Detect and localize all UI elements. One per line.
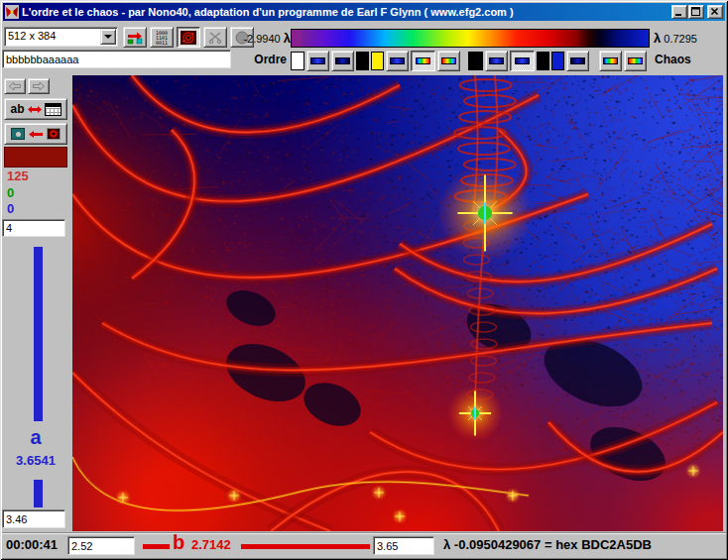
elapsed-time: 00:00:41 bbox=[6, 537, 58, 552]
maximize-button[interactable] bbox=[688, 5, 704, 19]
fractal-preview-icon bbox=[181, 31, 196, 45]
lambda-min-value: -2.9940 bbox=[243, 33, 280, 45]
lambda-max-label: λ 0.7295 bbox=[654, 31, 697, 46]
arrow-right-icon bbox=[32, 81, 46, 91]
binary-digits-icon: 1000 1101 0011 bbox=[154, 30, 170, 45]
palette-row bbox=[291, 51, 647, 71]
nav-back-button bbox=[4, 78, 26, 94]
ordre-label: Ordre bbox=[245, 53, 287, 66]
rainbow-bar-icon bbox=[603, 57, 618, 64]
palette-yellow-swatch[interactable] bbox=[371, 52, 384, 70]
b-value: 2.7142 bbox=[191, 537, 231, 552]
iterations-button[interactable]: 1000 1101 0011 bbox=[150, 27, 174, 48]
b-max-input[interactable] bbox=[373, 536, 434, 555]
palette-darkblue-gradient-button[interactable] bbox=[331, 51, 354, 71]
chevron-down-icon bbox=[104, 35, 112, 39]
green-value: 0 bbox=[7, 185, 14, 200]
palette-rainbow-button[interactable] bbox=[599, 51, 622, 71]
blue-bar-icon bbox=[489, 57, 504, 64]
render-fractal-button[interactable] bbox=[177, 27, 200, 48]
close-icon bbox=[710, 7, 720, 17]
rainbow2-bar-icon bbox=[441, 57, 456, 64]
b-min-input[interactable] bbox=[67, 536, 135, 555]
svg-text:0011: 0011 bbox=[156, 40, 168, 45]
pixel-color-swatch bbox=[4, 147, 67, 168]
a-slider-track[interactable] bbox=[34, 247, 43, 421]
palette-black-swatch[interactable] bbox=[468, 52, 483, 70]
palette-white-swatch[interactable] bbox=[291, 52, 304, 70]
palette-rainbow-button[interactable] bbox=[411, 51, 435, 71]
b-slider-left[interactable] bbox=[143, 544, 170, 549]
darkblue-bar-icon bbox=[570, 57, 585, 64]
sequence-input[interactable] bbox=[2, 50, 231, 68]
app-icon bbox=[5, 5, 19, 19]
close-button[interactable] bbox=[707, 5, 723, 19]
chaos-label: Chaos bbox=[655, 53, 691, 66]
palette-darkblue-gradient-button[interactable] bbox=[566, 51, 589, 71]
palette-blue-gradient-button[interactable] bbox=[510, 51, 535, 71]
red-value: 125 bbox=[7, 168, 29, 183]
palette-blue-gradient-button[interactable] bbox=[485, 51, 508, 71]
minimize-button[interactable] bbox=[671, 5, 687, 19]
cut-icon bbox=[208, 32, 222, 44]
lambda-gradient[interactable] bbox=[291, 29, 650, 48]
resize-apply-icon bbox=[127, 31, 143, 45]
double-arrow-icon bbox=[27, 105, 43, 114]
nav-forward-button bbox=[28, 78, 50, 94]
apply-size-button[interactable] bbox=[123, 27, 147, 48]
b-label: b bbox=[173, 531, 184, 554]
lambda-gradient-bar[interactable] bbox=[302, 30, 649, 47]
blue-value: 0 bbox=[7, 201, 14, 216]
lambda-min-label: -2.9940 λ bbox=[241, 31, 291, 46]
blue-bar-icon bbox=[310, 57, 325, 64]
palette-rainbow2-button[interactable] bbox=[624, 51, 647, 71]
image-size-select[interactable]: 512 x 384 bbox=[4, 27, 118, 47]
titlebar: L'ordre et le chaos - par Nono40, adapta… bbox=[3, 3, 725, 21]
lambda-icon: λ bbox=[654, 31, 661, 46]
maximize-icon bbox=[691, 7, 701, 17]
cut-button bbox=[203, 27, 227, 48]
image-size-value: 512 x 384 bbox=[8, 30, 56, 42]
a-min-input[interactable] bbox=[2, 509, 65, 528]
save-image-button[interactable] bbox=[4, 123, 67, 145]
gradient-lead-swatch bbox=[292, 30, 302, 47]
ab-label: ab bbox=[10, 102, 24, 116]
palette-blue-swatch[interactable] bbox=[551, 52, 564, 70]
a-label: a bbox=[0, 426, 71, 449]
window-title: L'ordre et le chaos - par Nono40, adapta… bbox=[22, 6, 670, 18]
arrow-left-icon bbox=[8, 81, 22, 91]
rainbow2-bar-icon bbox=[628, 57, 643, 64]
app-window: L'ordre et le chaos - par Nono40, adapta… bbox=[0, 0, 728, 560]
b-slider-right[interactable] bbox=[241, 544, 370, 549]
ab-table-toggle-button[interactable]: ab bbox=[4, 98, 67, 120]
rainbow-bar-icon bbox=[416, 57, 430, 64]
fractal-canvas[interactable] bbox=[72, 75, 723, 531]
palette-rainbow-button[interactable] bbox=[437, 51, 460, 71]
image-size-dropdown-button[interactable] bbox=[100, 29, 116, 45]
lambda-max-value: 0.7295 bbox=[664, 33, 697, 45]
palette-blue-gradient-button[interactable] bbox=[386, 51, 409, 71]
capture-icon bbox=[11, 128, 25, 140]
palette-black-swatch[interactable] bbox=[356, 52, 369, 70]
blue-bar-icon bbox=[390, 57, 405, 64]
arrow-left-red-icon bbox=[28, 130, 44, 139]
minimize-icon bbox=[674, 7, 684, 17]
lambda-icon: λ bbox=[284, 31, 291, 46]
a-value: 3.6541 bbox=[0, 453, 71, 468]
fractal-thumb-icon bbox=[47, 128, 61, 140]
darkblue-bar-icon bbox=[335, 57, 350, 64]
lambda-status-text: λ -0.0950429067 = hex BDC2A5DB bbox=[443, 537, 652, 552]
blue-bar-icon bbox=[515, 57, 530, 64]
table-icon bbox=[45, 103, 61, 116]
palette-black-swatch[interactable] bbox=[537, 52, 549, 70]
a-slider-handle[interactable] bbox=[34, 480, 43, 507]
iterations-input[interactable] bbox=[2, 219, 65, 237]
palette-blue-gradient-button[interactable] bbox=[306, 51, 329, 71]
